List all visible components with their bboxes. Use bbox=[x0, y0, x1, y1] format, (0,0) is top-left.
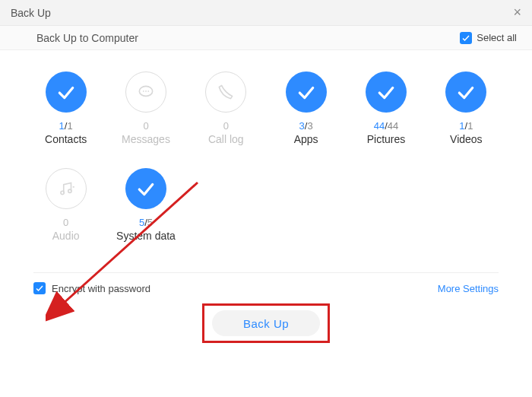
category-count: 0 bbox=[143, 120, 148, 132]
window-title: Back Up bbox=[11, 7, 51, 19]
check-icon bbox=[445, 71, 486, 113]
category-label: Apps bbox=[294, 133, 318, 145]
checkbox-icon bbox=[33, 282, 46, 294]
category-label: Pictures bbox=[367, 133, 406, 145]
check-icon bbox=[286, 71, 327, 113]
category-systemdata[interactable]: 5/5System data bbox=[110, 168, 181, 242]
category-label: Messages bbox=[122, 133, 170, 145]
checkbox-icon bbox=[460, 32, 472, 44]
category-audio[interactable]: 0Audio bbox=[30, 168, 101, 242]
svg-point-3 bbox=[147, 91, 149, 92]
category-videos[interactable]: 1/1Videos bbox=[431, 71, 502, 145]
music-icon bbox=[46, 168, 87, 209]
page-subtitle: Back Up to Computer bbox=[36, 32, 138, 44]
category-count: 3/3 bbox=[299, 120, 313, 132]
check-icon bbox=[46, 71, 87, 113]
category-label: System data bbox=[116, 230, 176, 242]
category-label: Videos bbox=[450, 133, 483, 145]
check-icon bbox=[125, 168, 166, 209]
category-label: Contacts bbox=[45, 133, 87, 145]
category-count: 5/5 bbox=[139, 217, 153, 228]
category-apps[interactable]: 3/3Apps bbox=[271, 71, 341, 145]
chat-icon bbox=[125, 71, 166, 113]
category-count: 1/1 bbox=[59, 120, 73, 132]
more-settings-link[interactable]: More Settings bbox=[438, 283, 499, 294]
close-icon[interactable]: × bbox=[513, 5, 521, 21]
category-contacts[interactable]: 1/1Contacts bbox=[30, 71, 101, 145]
category-count: 0 bbox=[63, 217, 68, 228]
svg-point-4 bbox=[61, 191, 64, 194]
svg-point-1 bbox=[143, 91, 144, 92]
encrypt-label: Encrypt with password bbox=[52, 283, 150, 294]
category-messages[interactable]: 0Messages bbox=[110, 71, 181, 145]
check-icon bbox=[366, 71, 407, 113]
svg-point-5 bbox=[68, 189, 71, 192]
backup-button[interactable]: Back Up bbox=[212, 310, 320, 336]
svg-point-2 bbox=[145, 91, 147, 92]
category-pictures[interactable]: 44/44Pictures bbox=[350, 71, 421, 145]
category-calllog[interactable]: 0Call log bbox=[191, 71, 261, 145]
phone-icon bbox=[205, 71, 246, 113]
category-label: Call log bbox=[208, 133, 244, 145]
select-all-checkbox[interactable]: Select all bbox=[460, 32, 517, 44]
annotation-highlight-box: Back Up bbox=[202, 303, 330, 343]
category-count: 1/1 bbox=[459, 120, 473, 132]
category-label: Audio bbox=[52, 230, 80, 242]
category-count: 0 bbox=[223, 120, 229, 132]
encrypt-checkbox[interactable]: Encrypt with password bbox=[33, 282, 150, 294]
select-all-label: Select all bbox=[477, 32, 517, 43]
category-count: 44/44 bbox=[374, 120, 399, 132]
